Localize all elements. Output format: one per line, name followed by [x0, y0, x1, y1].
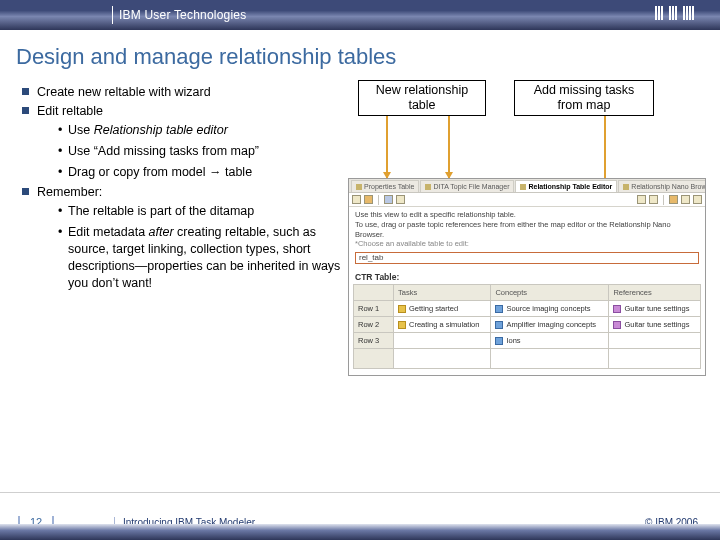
row-2-header: Row 2	[354, 317, 394, 333]
cell-refs-3[interactable]	[609, 333, 701, 349]
toolbar-icon[interactable]	[649, 195, 658, 204]
arrow-icon	[604, 116, 606, 186]
col-concepts: Concepts	[491, 285, 609, 301]
cell-concepts-2[interactable]: Amplifier imaging concepts	[491, 317, 609, 333]
bullet-3a: • The reltable is part of the ditamap	[58, 203, 344, 220]
toolbar-icon[interactable]	[396, 195, 405, 204]
bullet-1-text: Create new reltable with wizard	[37, 84, 211, 101]
editor-instructions: Use this view to edit a specific relatio…	[349, 207, 705, 252]
reference-icon	[613, 321, 621, 329]
add-missing-tasks-icon[interactable]	[669, 195, 678, 204]
header-divider	[112, 6, 113, 24]
bullet-2b-text: Use “Add missing tasks from map”	[68, 143, 259, 160]
table-row: Row 3 Ions	[354, 333, 701, 349]
bullet-2c: • Drag or copy from model → table	[58, 164, 344, 181]
cell-concepts-3[interactable]: Ions	[491, 333, 609, 349]
cell-tasks-1[interactable]: Getting started	[394, 301, 491, 317]
bullet-1: Create new reltable with wizard	[22, 84, 344, 101]
editor-screenshot: Properties Table DITA Topic File Manager…	[348, 178, 706, 376]
tab-dita-manager[interactable]: DITA Topic File Manager	[420, 180, 514, 192]
toolbar-separator	[378, 195, 379, 205]
bullet-2a: • Use Relationship table editor	[58, 122, 344, 139]
toolbar-separator	[663, 195, 664, 205]
bullet-3-text: Remember:	[37, 184, 102, 201]
cell-refs-2[interactable]: Guitar tune settings	[609, 317, 701, 333]
bullet-2: Edit reltable	[22, 103, 344, 120]
tab-reltable-editor[interactable]: Relationship Table Editor	[515, 180, 617, 192]
toolbar-icon[interactable]	[364, 195, 373, 204]
toolbar-icon[interactable]	[693, 195, 702, 204]
callout-1-line-2: table	[367, 98, 477, 113]
bullet-column: Create new reltable with wizard Edit rel…	[0, 78, 348, 296]
toolbar-icon[interactable]	[681, 195, 690, 204]
tab-icon	[356, 184, 362, 190]
bullet-3b: • Edit metadata after creating reltable,…	[58, 224, 344, 292]
row-3-header: Row 3	[354, 333, 394, 349]
bullet-2-text: Edit reltable	[37, 103, 103, 120]
editor-tabs: Properties Table DITA Topic File Manager…	[349, 179, 705, 193]
footer-gradient	[0, 524, 720, 540]
table-row	[354, 349, 701, 369]
bullet-3-sub: • The reltable is part of the ditamap • …	[40, 203, 344, 291]
bullet-2a-pre: Use	[68, 123, 94, 137]
slide-title: Design and manage relationship tables	[0, 30, 720, 78]
cell-tasks-3[interactable]	[394, 333, 491, 349]
reltable-grid: Tasks Concepts References Row 1 Getting …	[349, 284, 705, 375]
square-bullet-icon	[22, 107, 29, 114]
table-row: Row 2 Creating a simulation Amplifier im…	[354, 317, 701, 333]
task-icon	[398, 305, 406, 313]
cell-concepts-1[interactable]: Source imaging concepts	[491, 301, 609, 317]
instr-available: *Choose an available table to edit:	[355, 239, 699, 249]
task-icon	[398, 321, 406, 329]
callout-2-line-1: Add missing tasks	[523, 83, 645, 98]
col-references: References	[609, 285, 701, 301]
arrow-icon	[448, 116, 450, 178]
cell-refs-1[interactable]: Guitar tune settings	[609, 301, 701, 317]
instr-line-1: Use this view to edit a specific relatio…	[355, 210, 699, 220]
tab-icon	[623, 184, 629, 190]
header-bar: IBM User Technologies	[0, 0, 720, 30]
square-bullet-icon	[22, 188, 29, 195]
col-blank	[354, 285, 394, 301]
tab-properties[interactable]: Properties Table	[351, 180, 419, 192]
bullet-2a-em: Relationship table editor	[94, 123, 228, 137]
col-tasks: Tasks	[394, 285, 491, 301]
slide-footer: 12 Introducing IBM Task Modeler © IBM 20…	[0, 492, 720, 540]
callout-new-reltable: New relationship table	[358, 80, 486, 116]
bullet-2b: • Use “Add missing tasks from map”	[58, 143, 344, 160]
grid-title: CTR Table:	[349, 268, 705, 284]
concept-icon	[495, 337, 503, 345]
callout-add-missing: Add missing tasks from map	[514, 80, 654, 116]
cell-tasks-2[interactable]: Creating a simulation	[394, 317, 491, 333]
concept-icon	[495, 305, 503, 313]
table-row: Row 1 Getting started Source imaging con…	[354, 301, 701, 317]
editor-toolbar	[349, 193, 705, 207]
callout-1-line-1: New relationship	[367, 83, 477, 98]
new-reltable-icon[interactable]	[352, 195, 361, 204]
ibm-logo-icon	[655, 6, 694, 20]
toolbar-icon[interactable]	[384, 195, 393, 204]
square-bullet-icon	[22, 88, 29, 95]
bullet-3: Remember:	[22, 184, 344, 201]
callouts-row: New relationship table Add missing tasks…	[358, 80, 720, 116]
header-org: IBM User Technologies	[119, 8, 246, 22]
arrow-icon	[386, 116, 388, 178]
bullet-2c-text: Drag or copy from model → table	[68, 164, 252, 181]
table-header-row: Tasks Concepts References	[354, 285, 701, 301]
tab-nano-browser[interactable]: Relationship Nano Browser	[618, 180, 705, 192]
slide-body: Create new reltable with wizard Edit rel…	[0, 78, 720, 296]
table-select-dropdown[interactable]: rel_tab	[355, 252, 699, 264]
tab-icon	[520, 184, 526, 190]
tab-icon	[425, 184, 431, 190]
bullet-3a-text: The reltable is part of the ditamap	[68, 203, 254, 220]
bullet-3b-em: after	[149, 225, 174, 239]
row-1-header: Row 1	[354, 301, 394, 317]
table-select-row: rel_tab	[349, 252, 705, 268]
bullet-2-sub: • Use Relationship table editor • Use “A…	[40, 122, 344, 181]
callout-2-line-2: from map	[523, 98, 645, 113]
right-column: New relationship table Add missing tasks…	[348, 78, 720, 296]
toolbar-icon[interactable]	[637, 195, 646, 204]
bullet-3b-pre: Edit metadata	[68, 225, 149, 239]
concept-icon	[495, 321, 503, 329]
reference-icon	[613, 305, 621, 313]
